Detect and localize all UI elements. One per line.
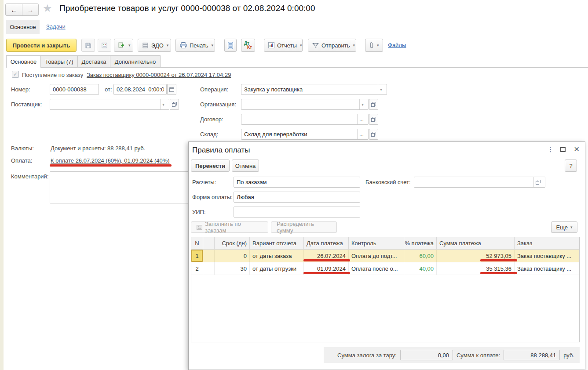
register-records-button[interactable]: [224, 39, 237, 52]
favorite-star-icon[interactable]: ★: [43, 2, 52, 15]
currencies-label: Валюты:: [11, 145, 34, 152]
close-icon[interactable]: ×: [574, 144, 579, 154]
col-header-variant[interactable]: Вариант отсчета: [250, 237, 304, 249]
edo-label: ЭДО: [151, 42, 164, 49]
col-header-date[interactable]: Дата платежа: [304, 237, 349, 249]
number-input[interactable]: 0000-000038: [50, 84, 99, 95]
edo-stack-icon: [142, 43, 149, 48]
open-in-new-icon: [371, 102, 376, 107]
register-list-icon: [228, 42, 233, 49]
number-label: Номер:: [11, 86, 30, 93]
chevron-down-icon: ▾: [212, 43, 214, 47]
open-in-new-icon[interactable]: [533, 177, 542, 187]
table-row[interactable]: 2 30 от даты отгрузки 01.09.2024 Оплата …: [191, 262, 579, 275]
files-link[interactable]: Файлы: [388, 42, 406, 48]
save-button[interactable]: [81, 39, 95, 52]
tab-additional[interactable]: Дополнительно: [110, 55, 161, 68]
supplier-label: Поставщик:: [11, 101, 42, 108]
more-menu-icon[interactable]: ⋮: [547, 145, 554, 153]
uip-input[interactable]: [234, 207, 360, 218]
more-button[interactable]: Еще▾: [551, 221, 577, 233]
send-button[interactable]: Отправить ▾: [308, 39, 356, 52]
col-header-term[interactable]: Срок (дн): [215, 237, 250, 249]
post-and-close-button[interactable]: Провести и закрыть: [6, 39, 77, 52]
col-header-percent[interactable]: % платежа: [404, 237, 437, 249]
col-header-amount[interactable]: Сумма платежа: [437, 237, 515, 249]
tab-goods[interactable]: Товары (7): [40, 55, 78, 68]
comment-textarea[interactable]: [50, 171, 188, 203]
total-label: Сумма к оплате:: [457, 352, 500, 359]
application-window: ← → ★ Приобретение товаров и услуг 0000-…: [0, 0, 588, 370]
dialog-title: Правила оплаты: [192, 146, 250, 155]
operation-label: Операция:: [200, 86, 228, 93]
floppy-save-icon: [85, 43, 91, 48]
annotation-underline-amount2: [480, 272, 517, 274]
calculations-input[interactable]: По заказам: [234, 177, 360, 188]
send-label: Отправить: [321, 42, 350, 49]
col-header-order[interactable]: Заказ: [515, 237, 579, 249]
deposit-label: Сумма залога за тару:: [337, 352, 397, 359]
organization-open-button[interactable]: [369, 99, 378, 110]
post-document-icon: [102, 43, 107, 48]
currencies-link[interactable]: Документ и расчеты: 88 288,41 руб.: [51, 145, 145, 152]
chevron-down-icon[interactable]: ▾: [359, 99, 365, 109]
chevron-down-icon: ▾: [167, 43, 169, 47]
col-header-flag[interactable]: [203, 237, 215, 249]
supplier-order-link[interactable]: Заказ поставщику 0000-000024 от 26.07.20…: [87, 72, 231, 78]
calculations-label: Расчеты:: [192, 179, 216, 185]
chevron-down-icon[interactable]: ▾: [378, 84, 384, 94]
maximize-icon[interactable]: [560, 147, 566, 152]
transfer-button[interactable]: Перенести: [191, 160, 230, 172]
col-header-n[interactable]: N: [191, 237, 203, 249]
contract-open-button[interactable]: [369, 114, 378, 125]
total-value-field: 88 288,41: [504, 350, 560, 360]
col-header-control[interactable]: Контроль: [349, 237, 404, 249]
supplier-open-button[interactable]: [170, 99, 179, 110]
contract-input[interactable]: …: [241, 114, 369, 125]
ellipsis-icon[interactable]: …: [357, 114, 365, 124]
comment-label: Комментарий:: [11, 173, 49, 180]
reports-button[interactable]: Отчеты ▾: [264, 39, 303, 52]
post-document-button[interactable]: [98, 39, 111, 52]
payment-rules-dialog: Правила оплаты ⋮ × Перенести Отмена ? Ра…: [188, 141, 585, 370]
forward-button[interactable]: →: [22, 4, 38, 15]
bank-account-input[interactable]: [414, 177, 545, 188]
nav-tab-tasks[interactable]: Задачи: [46, 23, 66, 30]
nav-tab-main[interactable]: Основное: [6, 20, 40, 34]
cancel-button[interactable]: Отмена: [232, 160, 259, 172]
chevron-down-icon: ▾: [128, 43, 131, 47]
organization-input[interactable]: ▾: [241, 99, 369, 110]
chevron-down-icon: ▾: [377, 43, 379, 47]
annotation-underline-amount1: [480, 259, 517, 261]
payment-schedule-table[interactable]: N Срок (дн) Вариант отсчета Дата платежа…: [191, 237, 580, 342]
help-button[interactable]: ?: [565, 160, 577, 172]
order-checkbox[interactable]: ✓: [12, 71, 19, 78]
paperclip-icon: [369, 42, 374, 49]
tab-delivery[interactable]: Доставка: [77, 55, 110, 68]
table-row[interactable]: 1 0 от даты заказа 26.07.2024 Оплата до …: [191, 250, 579, 262]
back-button[interactable]: ←: [6, 4, 22, 15]
supplier-input[interactable]: ▾: [50, 99, 169, 110]
chevron-down-icon[interactable]: ▾: [160, 99, 166, 109]
dtkt-button[interactable]: Дт Кт: [241, 39, 255, 52]
distribute-amount-button[interactable]: Распределить сумму: [271, 221, 337, 233]
open-in-new-icon: [371, 132, 376, 137]
date-label: от:: [105, 86, 112, 93]
calendar-button[interactable]: [167, 84, 176, 95]
warehouse-open-button[interactable]: [369, 129, 378, 140]
tab-main[interactable]: Основное: [6, 55, 41, 68]
operation-input[interactable]: Закупка у поставщика ▾: [241, 84, 387, 95]
attachments-button[interactable]: ▾: [365, 39, 383, 52]
window-edge-strip: [0, 0, 4, 370]
fill-by-orders-button[interactable]: Заполнить по заказам: [191, 221, 268, 233]
ellipsis-icon[interactable]: …: [357, 129, 365, 139]
payment-form-input[interactable]: Любая: [234, 192, 360, 203]
payment-link[interactable]: К оплате 26.07.2024 (60%), 01.09.2024 (4…: [51, 157, 170, 164]
organization-label: Организация:: [200, 101, 236, 108]
print-button[interactable]: Печать ▾: [175, 39, 215, 52]
date-input[interactable]: 02.08.2024 0:00:00: [113, 84, 167, 95]
uip-label: УИП:: [192, 209, 206, 215]
warehouse-input[interactable]: Склад для переработки …: [241, 129, 369, 140]
edo-button[interactable]: ЭДО ▾: [138, 39, 171, 52]
create-based-on-button[interactable]: ▾: [114, 39, 133, 52]
